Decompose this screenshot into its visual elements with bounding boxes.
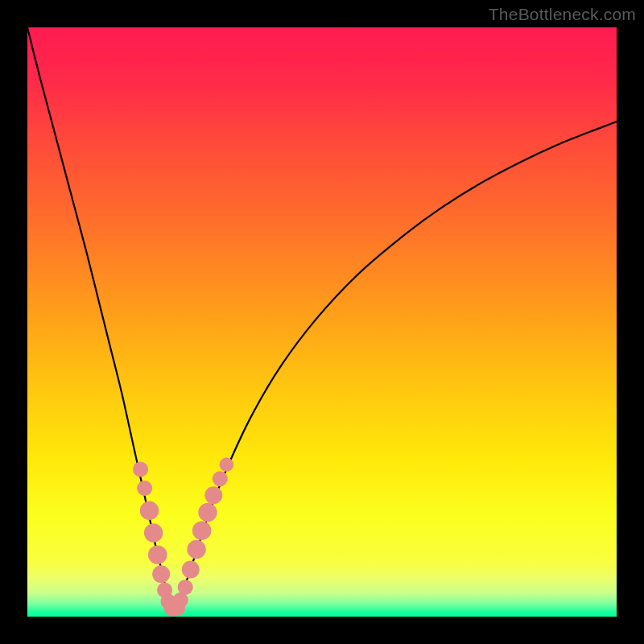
plot-area (27, 27, 617, 617)
watermark-text: TheBottleneck.com (489, 5, 636, 24)
svg-rect-0 (27, 27, 617, 617)
gradient-background (27, 27, 617, 617)
